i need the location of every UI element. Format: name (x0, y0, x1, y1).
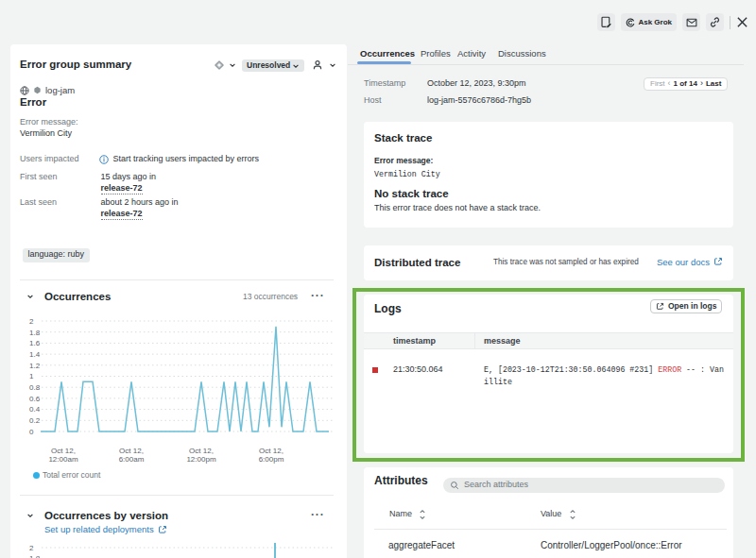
svg-text:Oct 12,: Oct 12, (259, 447, 284, 455)
svg-text:1: 1 (29, 372, 34, 380)
svg-text:6:00am: 6:00am (119, 455, 145, 464)
svg-text:0.2: 0.2 (29, 416, 41, 425)
svg-text:1.8: 1.8 (29, 554, 41, 558)
svg-text:Oct 12,: Oct 12, (51, 447, 76, 455)
svg-text:1.2: 1.2 (29, 362, 41, 370)
svg-text:Oct 12,: Oct 12, (189, 447, 214, 455)
svg-text:1.6: 1.6 (29, 339, 41, 347)
svg-text:12:00pm: 12:00pm (186, 455, 215, 464)
svg-text:6:00pm: 6:00pm (259, 455, 284, 464)
svg-text:12:00am: 12:00am (48, 455, 77, 464)
svg-text:2: 2 (29, 544, 34, 552)
svg-text:1.8: 1.8 (29, 329, 41, 337)
svg-text:0.8: 0.8 (29, 383, 41, 392)
svg-text:Oct 12,: Oct 12, (119, 447, 144, 455)
svg-text:2: 2 (29, 317, 34, 326)
svg-text:0: 0 (29, 428, 34, 436)
svg-text:0.6: 0.6 (29, 395, 41, 403)
svg-text:1.4: 1.4 (29, 350, 41, 359)
svg-text:0.4: 0.4 (29, 405, 41, 414)
